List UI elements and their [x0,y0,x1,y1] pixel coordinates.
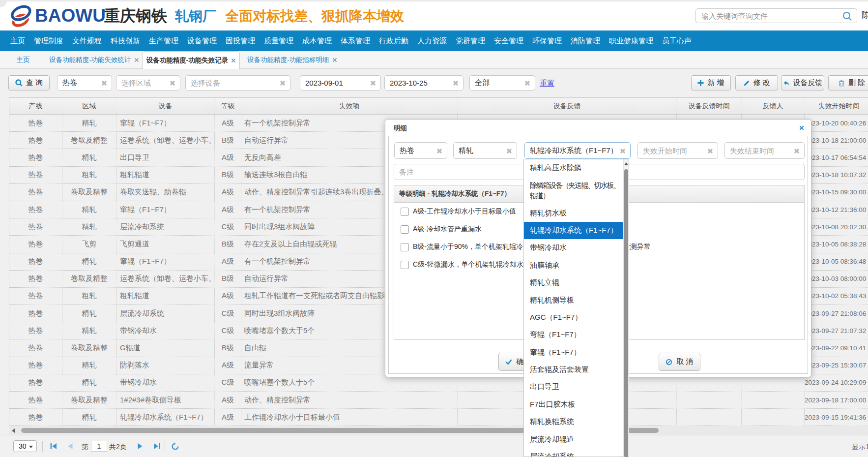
clear-icon[interactable] [524,80,531,89]
area-filter-input[interactable] [121,76,167,90]
nav-item-7[interactable]: 质量管理 [260,30,298,51]
tab-failure-stats[interactable]: 设备功能精度-功能失效统计 [39,51,143,69]
page-size-select[interactable]: 30 [13,440,37,452]
tab-close-icon[interactable] [135,58,139,62]
nav-item-3[interactable]: 科技创新 [106,30,145,51]
nav-item-4[interactable]: 生产管理 [145,30,183,51]
dropdown-item[interactable]: 精轧高压水除鳞 [524,159,623,177]
dropdown-item[interactable]: 层流冷却辊道 [524,430,623,448]
column-header[interactable]: 设备反馈时间 [677,98,742,114]
nav-item-1[interactable]: 管理制度 [29,30,68,51]
clear-icon[interactable] [453,80,459,89]
nav-item-17[interactable]: 员工心声 [658,30,696,51]
clear-icon[interactable] [370,80,376,89]
nav-item-9[interactable]: 体系管理 [336,30,375,51]
tab-close-icon[interactable] [333,58,337,62]
dropdown-item-selected[interactable]: 轧辊冷却水系统（F1~F7） [524,222,623,239]
nav-item-14[interactable]: 环保管理 [528,30,566,51]
dropdown-item[interactable]: 精轧机侧导板 [524,291,623,308]
next-page-button[interactable] [136,442,145,450]
status-filter-input[interactable] [475,76,522,90]
tab-failure-records-active[interactable]: 设备功能精度-功能失效记录 [143,51,240,69]
dialog-start-time-input[interactable] [643,143,705,158]
clear-icon[interactable] [280,80,286,89]
nav-item-15[interactable]: 消防管理 [566,30,605,51]
clear-icon[interactable] [101,80,108,89]
page-number-input[interactable] [91,441,107,452]
nav-item-11[interactable]: 人力资源 [413,30,451,51]
dropdown-item[interactable]: 活套辊及活套装置 [524,361,623,378]
device-filter-input[interactable] [191,76,277,90]
dialog-close-icon[interactable] [799,124,805,133]
add-button[interactable]: 新 增 [691,75,731,91]
checkbox-icon[interactable] [401,261,409,269]
table-row[interactable]: 热卷 精轧 轧辊冷却水系统（F1~F7） A级 工作辊冷却水小于目标最小值 20… [9,409,868,426]
checkbox-icon[interactable] [401,208,409,216]
dropdown-item[interactable]: 除鳞箱设备（夹送辊、切水板、辊道） [524,177,623,204]
clear-icon[interactable] [620,148,626,156]
tab-close-icon[interactable] [231,59,236,63]
clear-icon[interactable] [707,148,714,156]
date-from-input[interactable] [305,76,368,90]
dialog-area-input[interactable] [459,143,504,158]
checkbox-icon[interactable] [401,243,409,251]
scroll-up-icon[interactable] [624,159,629,168]
first-page-button[interactable] [49,442,58,450]
device-feedback-button[interactable]: 设备反馈 [781,75,824,91]
column-header[interactable]: 失效开始时间 [805,98,868,114]
refresh-icon[interactable] [171,442,179,450]
dialog-end-time-input[interactable] [730,143,791,158]
global-search-input[interactable] [701,9,839,22]
nav-item-5[interactable]: 设备管理 [183,30,221,51]
column-header[interactable]: 设备反馈 [458,98,677,114]
dropdown-item[interactable]: F7出口胶木板 [524,396,623,413]
column-header[interactable]: 区域 [62,98,116,114]
dialog-device-input[interactable] [530,143,617,158]
column-header[interactable]: 设备 [116,98,215,114]
dropdown-item[interactable]: 油膜轴承 [524,257,623,274]
tab-home[interactable]: 主页 [9,51,37,69]
dropdown-item[interactable]: 精轧换辊系统 [524,413,623,430]
line-filter-input[interactable] [62,76,99,90]
cancel-button[interactable]: 取 消 [659,353,700,371]
scroll-left-icon[interactable] [10,427,17,433]
checkbox-icon[interactable] [401,225,409,234]
dropdown-scrollbar-thumb[interactable] [624,169,628,457]
search-icon[interactable] [842,11,852,23]
dropdown-item[interactable]: 精轧切水板 [524,204,623,221]
last-page-button[interactable] [152,442,161,450]
nav-item-8[interactable]: 成本管理 [298,30,336,51]
delete-button[interactable]: 删 除 [828,75,868,91]
dropdown-item[interactable]: 弯辊（F1~F7） [524,326,623,343]
column-header[interactable]: 等级 [215,98,241,114]
clear-icon[interactable] [436,148,443,156]
nav-item-12[interactable]: 党群管理 [451,30,490,51]
dropdown-item[interactable]: AGC（F1~F7） [524,309,623,326]
user-name[interactable]: 陈 [862,10,868,21]
column-header[interactable]: 产线 [9,98,62,114]
dialog-line-input[interactable] [400,143,434,158]
clear-icon[interactable] [794,148,800,156]
column-header[interactable]: 失效项 [241,98,458,114]
nav-item-16[interactable]: 职业健康管理 [605,30,658,51]
nav-item-2[interactable]: 文件规程 [68,30,106,51]
nav-item-13[interactable]: 安全管理 [490,30,528,51]
nav-item-0[interactable]: 主页 [6,30,29,51]
dropdown-item[interactable]: 出口导卫 [524,378,623,396]
date-to-input[interactable] [390,76,450,90]
query-button[interactable]: 查 询 [8,75,50,91]
dropdown-item[interactable]: 精轧立辊 [524,274,623,291]
clear-icon[interactable] [506,148,513,156]
tab-indicator-details[interactable]: 设备功能精度-功能指标明细 [240,51,353,69]
dropdown-item[interactable]: 层流冷却系统 [524,448,623,457]
dropdown-item[interactable]: 窜辊（F1~F7） [524,344,623,361]
nav-item-10[interactable]: 行政后勤 [375,30,413,51]
clear-icon[interactable] [170,80,176,89]
nav-item-6[interactable]: 固投管理 [221,30,260,51]
edit-button[interactable]: 修 改 [735,75,778,91]
table-row[interactable]: 热卷 卷取及精整 1#2#3#卷取侧导板 A级 动作、精度控制异常 2023-0… [9,392,868,409]
reset-link[interactable]: 重置 [540,79,554,88]
column-header[interactable]: 反馈人 [742,98,805,114]
dropdown-item[interactable]: 带钢冷却水 [524,239,623,256]
prev-page-button[interactable] [66,442,75,450]
